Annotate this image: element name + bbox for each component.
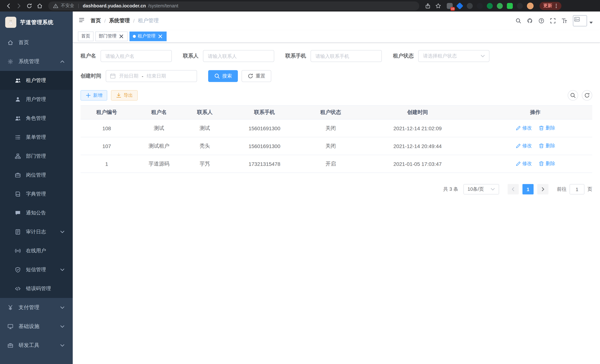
sidebar-group-payment[interactable]: 支付管理 <box>0 298 73 317</box>
filter-contact: 联系人 <box>183 50 274 62</box>
bookmark-star-button[interactable] <box>433 1 443 10</box>
sidebar-submenu-system: 租户管理 用户管理 角色管理 菜单管理 部门管理 <box>0 71 73 298</box>
sidebar-item-dept[interactable]: 部门管理 <box>0 147 73 166</box>
monitor-icon <box>7 323 13 329</box>
breadcrumb-home[interactable]: 首页 <box>91 18 101 24</box>
reset-button[interactable]: 重置 <box>242 70 271 82</box>
phone-input[interactable] <box>310 50 382 62</box>
page-size-select[interactable]: 10条/页 <box>463 184 499 195</box>
sidebar-item-menu[interactable]: 菜单管理 <box>0 128 73 147</box>
toggle-search-button[interactable] <box>568 90 578 101</box>
filter-label: 创建时间 <box>81 73 101 79</box>
sidebar-item-online-user[interactable]: 在线用户 <box>0 241 73 260</box>
tab-dept[interactable]: 部门管理 <box>95 31 128 41</box>
refresh-table-button[interactable] <box>582 90 592 101</box>
cell-operations: 修改 删除 <box>478 119 592 137</box>
edit-button[interactable]: 修改 <box>515 142 532 149</box>
sidebar-item-role[interactable]: 角色管理 <box>0 109 73 128</box>
sidebar-group-system[interactable]: 系统管理 <box>0 52 73 71</box>
sidebar-item-error-code[interactable]: 错误码管理 <box>0 279 73 298</box>
edit-button[interactable]: 修改 <box>515 124 532 131</box>
sidebar-item-label: 通知公告 <box>26 209 46 216</box>
update-button[interactable]: 更新 <box>540 2 562 10</box>
delete-button[interactable]: 删除 <box>539 160 555 167</box>
breadcrumb-system[interactable]: 系统管理 <box>109 18 130 24</box>
question-icon[interactable] <box>538 18 544 24</box>
edit-label: 修改 <box>522 142 532 149</box>
sidebar-toggle[interactable] <box>79 17 84 25</box>
add-button[interactable]: 新增 <box>81 90 107 101</box>
search-icon[interactable] <box>516 18 521 24</box>
date-range-picker[interactable]: 开始日期 - 结束日期 <box>106 70 197 82</box>
extension-icon-8[interactable] <box>517 3 523 9</box>
filter-label: 租户名 <box>81 53 96 59</box>
sidebar-group-infra[interactable]: 基础设施 <box>0 317 73 336</box>
sidebar-group-dev-tools[interactable]: 研发工具 <box>0 336 73 355</box>
yen-icon <box>7 304 13 310</box>
back-icon <box>6 3 11 9</box>
extension-icon-2[interactable] <box>456 2 463 9</box>
column-header: 操作 <box>478 106 592 119</box>
extension-icon-4[interactable] <box>477 3 483 9</box>
tab-close-button[interactable] <box>157 33 163 39</box>
close-icon <box>118 33 124 39</box>
edit-button[interactable]: 修改 <box>515 160 532 167</box>
filter-label: 联系手机 <box>285 53 306 59</box>
edit-label: 修改 <box>522 124 532 131</box>
sidebar-item-notice[interactable]: 通知公告 <box>0 203 73 222</box>
font-size-icon[interactable] <box>562 18 567 24</box>
chevron-down-icon <box>59 229 65 235</box>
plus-icon <box>85 92 91 98</box>
browser-back-button[interactable] <box>4 1 13 10</box>
sidebar-item-home[interactable]: 首页 <box>0 33 73 52</box>
tenant-name-input[interactable] <box>101 50 172 62</box>
sidebar-item-label: 角色管理 <box>26 115 46 121</box>
search-button[interactable]: 搜索 <box>208 70 238 82</box>
extension-icon-7[interactable] <box>507 3 513 9</box>
share-button[interactable] <box>423 1 433 10</box>
cell-tenant-id: 1 <box>81 155 133 173</box>
browser-reload-button[interactable] <box>25 1 34 10</box>
next-page-button[interactable] <box>537 184 548 195</box>
sidebar-item-tenant[interactable]: 租户管理 <box>0 71 73 90</box>
extension-icon-6[interactable] <box>497 3 503 9</box>
edit-icon <box>515 160 521 166</box>
export-button[interactable]: 导出 <box>111 90 138 101</box>
sidebar-item-user[interactable]: 用户管理 <box>0 90 73 109</box>
trash-icon <box>539 143 544 149</box>
sidebar-item-sms[interactable]: 短信管理 <box>0 260 73 279</box>
extension-icon-5[interactable] <box>487 3 493 9</box>
extension-icon-1[interactable]: 10 <box>447 3 453 9</box>
contact-input[interactable] <box>203 50 274 62</box>
prev-page-button[interactable] <box>508 184 519 195</box>
sidebar-item-audit-log[interactable]: 审计日志 <box>0 222 73 241</box>
delete-button[interactable]: 删除 <box>539 142 555 149</box>
filter-label: 联系人 <box>183 53 198 59</box>
app-logo-icon <box>5 17 16 28</box>
browser-forward-button[interactable] <box>14 1 24 10</box>
sidebar-item-label: 基础设施 <box>19 323 39 330</box>
tab-home[interactable]: 首页 <box>78 31 94 41</box>
column-header: 联系人 <box>185 106 225 119</box>
app-logo[interactable]: 芋道管理系统 <box>0 11 73 33</box>
status-select[interactable]: 请选择租户状态 <box>418 50 489 62</box>
sidebar-item-dict[interactable]: 字典管理 <box>0 184 73 203</box>
fullscreen-icon[interactable] <box>550 18 556 24</box>
chevron-down-icon <box>59 323 65 329</box>
browser-home-button[interactable] <box>35 1 45 10</box>
delete-button[interactable]: 删除 <box>539 124 555 131</box>
sidebar-item-post[interactable]: 岗位管理 <box>0 166 73 184</box>
browser-profile-avatar[interactable] <box>527 2 534 9</box>
tab-tenant[interactable]: 租户管理 <box>130 31 167 41</box>
goto-page-input[interactable] <box>570 184 584 195</box>
address-bar[interactable]: 不安全 dashboard.yudao.iocoder.cn/system/te… <box>48 1 419 10</box>
page-number-button[interactable]: 1 <box>523 184 534 195</box>
table-header-row: 租户编号 租户名 联系人 联系手机 租户状态 创建时间 操作 <box>81 106 592 119</box>
user-avatar-dropdown[interactable] <box>573 15 594 26</box>
omnibox-divider <box>78 3 79 8</box>
cell-status: 开启 <box>304 155 357 173</box>
tab-close-button[interactable] <box>118 33 124 39</box>
github-icon[interactable] <box>527 18 533 24</box>
sidebar-menu: 首页 系统管理 租户管理 用户管理 角色管理 <box>0 33 73 355</box>
extension-icon-3[interactable] <box>467 3 473 9</box>
